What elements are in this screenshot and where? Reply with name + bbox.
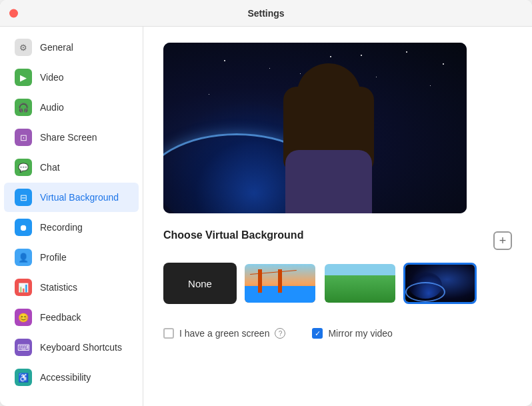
- person-silhouette: [262, 53, 395, 213]
- title-bar: Settings: [0, 0, 532, 27]
- recording-icon: ⏺: [15, 219, 32, 236]
- sidebar-item-audio[interactable]: 🎧Audio: [4, 93, 139, 122]
- sidebar-item-recording[interactable]: ⏺Recording: [4, 213, 139, 242]
- sidebar-item-label-accessibility: Accessibility: [40, 372, 91, 383]
- person-body: [285, 150, 372, 213]
- content-area: ⚙General▶Video🎧Audio⊡Share Screen💬Chat⊟V…: [0, 27, 532, 406]
- mirror-video-label: Mirror my video: [328, 328, 392, 339]
- sidebar-item-profile[interactable]: 👤Profile: [4, 243, 139, 272]
- sidebar-item-virtual-background[interactable]: ⊟Virtual Background: [4, 183, 139, 212]
- sidebar-item-statistics[interactable]: 📊Statistics: [4, 273, 139, 302]
- general-icon: ⚙: [15, 39, 32, 56]
- sidebar-item-label-virtual-background: Virtual Background: [40, 192, 119, 203]
- sidebar-item-feedback[interactable]: 😊Feedback: [4, 303, 139, 332]
- mirror-video-checkbox[interactable]: ✓: [312, 328, 323, 339]
- green-screen-option[interactable]: I have a green screen ?: [163, 328, 285, 339]
- main-content: Choose Virtual Background + None: [143, 27, 532, 406]
- green-screen-checkbox[interactable]: [163, 328, 174, 339]
- background-options: None: [163, 263, 512, 304]
- sidebar-item-label-feedback: Feedback: [40, 312, 81, 323]
- help-icon[interactable]: ?: [275, 328, 285, 339]
- footer-options: I have a green screen ? ✓ Mirror my vide…: [163, 317, 512, 339]
- mirror-video-option[interactable]: ✓ Mirror my video: [312, 328, 392, 339]
- window-title: Settings: [247, 8, 284, 19]
- sidebar-item-label-share-screen: Share Screen: [40, 132, 97, 143]
- sidebar-item-label-recording: Recording: [40, 222, 83, 233]
- share-screen-icon: ⊡: [15, 129, 32, 146]
- bridge-preview: [245, 264, 315, 303]
- audio-icon: 🎧: [15, 99, 32, 116]
- plus-icon: +: [499, 234, 507, 248]
- none-label: None: [188, 278, 212, 289]
- section-header: Choose Virtual Background +: [163, 229, 512, 252]
- feedback-icon: 😊: [15, 309, 32, 326]
- profile-icon: 👤: [15, 249, 32, 266]
- sidebar-item-general[interactable]: ⚙General: [4, 33, 139, 62]
- green-screen-label: I have a green screen: [179, 328, 269, 339]
- video-icon: ▶: [15, 69, 32, 86]
- field-preview: [325, 264, 395, 303]
- sidebar-item-keyboard-shortcuts[interactable]: ⌨Keyboard Shortcuts: [4, 333, 139, 362]
- sidebar-item-label-video: Video: [40, 72, 64, 83]
- add-background-button[interactable]: +: [493, 231, 512, 250]
- accessibility-icon: ♿: [15, 369, 32, 386]
- sidebar-item-share-screen[interactable]: ⊡Share Screen: [4, 123, 139, 152]
- settings-window: Settings ⚙General▶Video🎧Audio⊡Share Scre…: [0, 0, 532, 406]
- sidebar-item-video[interactable]: ▶Video: [4, 63, 139, 92]
- sidebar-item-label-statistics: Statistics: [40, 282, 77, 293]
- sidebar-item-label-chat: Chat: [40, 162, 60, 173]
- virtual-background-icon: ⊟: [15, 189, 32, 206]
- video-background: [163, 43, 467, 213]
- sidebar: ⚙General▶Video🎧Audio⊡Share Screen💬Chat⊟V…: [0, 27, 143, 406]
- sidebar-item-label-keyboard-shortcuts: Keyboard Shortcuts: [40, 342, 122, 353]
- close-button[interactable]: [9, 9, 18, 17]
- sidebar-item-label-general: General: [40, 42, 73, 53]
- background-space[interactable]: [403, 263, 477, 304]
- section-title: Choose Virtual Background: [163, 229, 303, 241]
- sidebar-item-label-profile: Profile: [40, 252, 67, 263]
- keyboard-shortcuts-icon: ⌨: [15, 339, 32, 356]
- sidebar-item-chat[interactable]: 💬Chat: [4, 153, 139, 182]
- statistics-icon: 📊: [15, 279, 32, 296]
- space-preview: [405, 265, 475, 302]
- background-bridge[interactable]: [243, 263, 317, 304]
- video-preview: [163, 43, 467, 213]
- background-none[interactable]: None: [163, 263, 237, 304]
- sidebar-item-accessibility[interactable]: ♿Accessibility: [4, 363, 139, 392]
- background-field[interactable]: [323, 263, 397, 304]
- chat-icon: 💬: [15, 159, 32, 176]
- sidebar-item-label-audio: Audio: [40, 102, 64, 113]
